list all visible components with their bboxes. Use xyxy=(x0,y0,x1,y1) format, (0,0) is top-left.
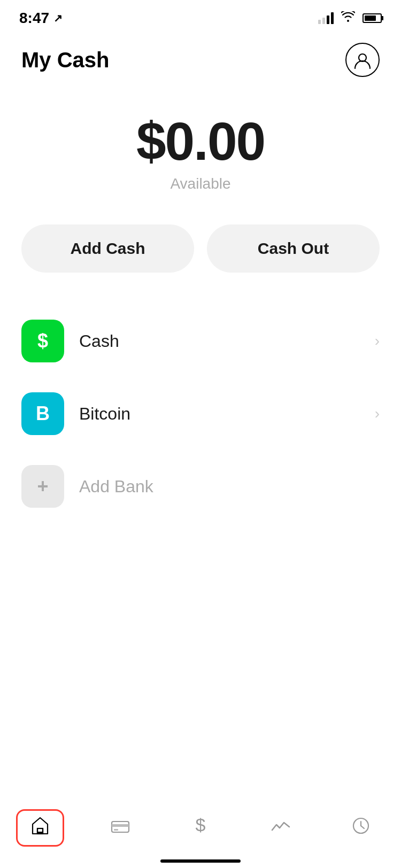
list-item[interactable]: $ Cash › xyxy=(21,305,380,377)
clock-icon xyxy=(352,817,370,839)
signal-icon xyxy=(318,12,334,24)
status-icons xyxy=(318,11,382,25)
status-time: 8:47 ↗ xyxy=(19,10,63,27)
nav-dollar[interactable]: $ xyxy=(176,809,225,847)
svg-line-9 xyxy=(361,826,364,828)
dollar-icon: $ xyxy=(193,816,208,840)
list-item[interactable]: + Add Bank xyxy=(21,450,380,523)
bitcoin-icon-bg: B xyxy=(21,392,64,435)
status-bar: 8:47 ↗ xyxy=(0,0,401,32)
cash-icon: $ xyxy=(37,330,48,352)
activity-icon xyxy=(271,818,290,839)
add-bank-icon: + xyxy=(37,475,48,498)
nav-activity[interactable] xyxy=(257,809,305,847)
profile-button[interactable] xyxy=(345,43,380,77)
svg-rect-5 xyxy=(114,829,118,831)
bitcoin-label: Bitcoin xyxy=(79,404,375,424)
svg-rect-2 xyxy=(38,832,42,834)
balance-amount: $0.00 xyxy=(136,114,265,168)
chevron-right-icon: › xyxy=(375,405,380,422)
svg-rect-4 xyxy=(112,824,129,827)
balance-label: Available xyxy=(170,175,230,192)
add-bank-label: Add Bank xyxy=(79,477,380,497)
page-title: My Cash xyxy=(21,48,110,72)
time-label: 8:47 xyxy=(19,10,49,27)
add-cash-button[interactable]: Add Cash xyxy=(21,224,194,273)
nav-home[interactable] xyxy=(16,809,64,847)
page-header: My Cash xyxy=(0,32,401,82)
chevron-right-icon: › xyxy=(375,332,380,350)
nav-clock[interactable] xyxy=(337,809,385,847)
bitcoin-icon: B xyxy=(36,402,50,425)
home-icon xyxy=(30,817,50,839)
nav-card[interactable] xyxy=(96,809,144,847)
battery-icon xyxy=(363,13,382,23)
card-icon xyxy=(111,818,130,839)
location-icon: ↗ xyxy=(53,12,63,25)
balance-section: $0.00 Available xyxy=(0,82,401,214)
list-section: $ Cash › B Bitcoin › + Add Bank xyxy=(0,294,401,533)
wifi-icon xyxy=(341,11,355,25)
bottom-nav: $ xyxy=(0,799,401,868)
list-item[interactable]: B Bitcoin › xyxy=(21,377,380,450)
svg-text:$: $ xyxy=(196,816,206,835)
profile-icon xyxy=(353,50,372,69)
action-buttons: Add Cash Cash Out xyxy=(0,214,401,294)
add-bank-icon-bg: + xyxy=(21,465,64,508)
cash-label: Cash xyxy=(79,331,375,351)
home-indicator xyxy=(160,859,241,863)
cash-icon-bg: $ xyxy=(21,320,64,362)
cash-out-button[interactable]: Cash Out xyxy=(207,224,380,273)
